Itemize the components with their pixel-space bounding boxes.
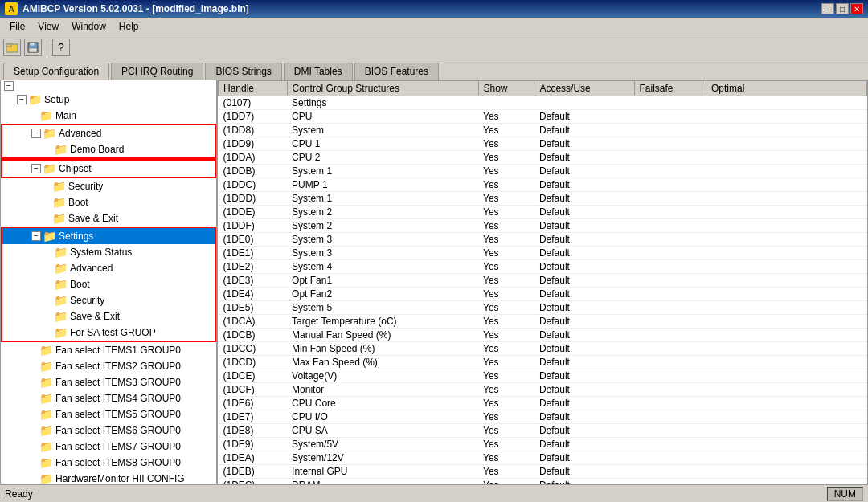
table-row[interactable]: (1DD7)CPUYesDefault	[219, 110, 867, 124]
table-cell-show: Yes	[478, 356, 534, 369]
tree-item[interactable]: 📁Fan select ITEMS5 GROUP0	[1, 406, 216, 422]
folder-icon: 📁	[39, 423, 53, 438]
window-controls[interactable]: — □ ✕	[821, 3, 863, 14]
tree-item[interactable]: 📁Fan select ITEMS4 GROUP0	[1, 390, 216, 406]
maximize-button[interactable]: □	[836, 3, 849, 14]
tree-item[interactable]: 📁System Status	[1, 244, 216, 260]
table-row[interactable]: (1DE7)CPU I/OYesDefault	[219, 410, 867, 424]
tree-item[interactable]: 📁Fan select ITEMS7 GROUP0	[1, 439, 216, 455]
menu-help[interactable]: Help	[113, 19, 145, 34]
table-row[interactable]: (1DE4)Opt Fan2YesDefault	[219, 288, 867, 301]
tree-item[interactable]: 📁Fan select ITEMS8 GROUP0	[1, 455, 216, 471]
menu-view[interactable]: View	[31, 19, 65, 34]
tree-item[interactable]: 📁Boot	[1, 276, 216, 292]
table-row[interactable]: (1DEA)System/12VYesDefault	[219, 451, 867, 465]
tree-item[interactable]: 📁HardwareMonitor HII CONFIG	[1, 471, 216, 484]
table-cell-optimal	[706, 219, 867, 233]
tree-item[interactable]: 📁Fan select ITEMS6 GROUP0	[1, 422, 216, 439]
tree-expand-icon[interactable]: −	[31, 231, 41, 241]
table-cell-show: Yes	[478, 451, 534, 465]
table-cell-access: Default	[534, 247, 634, 260]
table-row[interactable]: (1DD9)CPU 1YesDefault	[219, 137, 867, 151]
tree-expand-icon[interactable]: −	[31, 129, 41, 138]
tree-item[interactable]: 📁Security	[1, 178, 216, 194]
table-row[interactable]: (1DDA)CPU 2YesDefault	[219, 151, 867, 165]
tree-item[interactable]: 📁Fan select ITEMS3 GROUP0	[1, 374, 216, 390]
tree-item[interactable]: −	[1, 80, 216, 92]
tree-item[interactable]: −📁Setup	[1, 92, 216, 108]
table-cell-handle: (1DE5)	[219, 301, 288, 315]
close-button[interactable]: ✕	[850, 3, 863, 14]
table-row[interactable]: (1DCE)Voltage(V)YesDefault	[219, 369, 867, 383]
tree-expand-icon[interactable]: −	[4, 81, 14, 91]
table-cell-name: Opt Fan2	[287, 288, 478, 301]
menu-file[interactable]: File	[3, 19, 31, 34]
table-row[interactable]: (1DDC)PUMP 1YesDefault	[219, 178, 867, 192]
table-cell-access: Default	[534, 124, 634, 137]
tree-item[interactable]: 📁Fan select ITEMS2 GROUP0	[1, 358, 216, 374]
table-row[interactable]: (1DE5)System 5YesDefault	[219, 301, 867, 315]
table-cell-failsafe	[634, 96, 706, 110]
tree-item[interactable]: 📁Main	[1, 108, 216, 124]
table-row[interactable]: (1DEB)Internal GPUYesDefault	[219, 465, 867, 479]
tab-bios-strings[interactable]: BIOS Strings	[205, 63, 281, 80]
tree-item[interactable]: 📁Boot	[1, 194, 216, 210]
tree-item[interactable]: 📁Demo Board	[1, 141, 216, 159]
table-cell-access: Default	[534, 137, 634, 151]
tree-item[interactable]: 📁Security	[1, 292, 216, 308]
table-cell-show: Yes	[478, 165, 534, 178]
table-cell-optimal	[706, 124, 867, 137]
table-row[interactable]: (1DE6)CPU CoreYesDefault	[219, 397, 867, 410]
tree-item[interactable]: −📁Advanced	[1, 124, 216, 141]
table-row[interactable]: (1DE8)CPU SAYesDefault	[219, 424, 867, 438]
tree-expand-icon[interactable]: −	[17, 95, 27, 104]
tab-bios-features[interactable]: BIOS Features	[354, 63, 439, 80]
table-cell-handle: (1DE2)	[219, 260, 288, 274]
tree-item[interactable]: −📁Chipset	[1, 159, 216, 178]
tab-setup-configuration[interactable]: Setup Configuration	[3, 63, 109, 80]
table-cell-handle: (1DE7)	[219, 410, 288, 424]
table-row[interactable]: (1DE1)System 3YesDefault	[219, 247, 867, 260]
table-row[interactable]: (1DEC)DRAMYesDefault	[219, 479, 867, 484]
table-row[interactable]: (1DDD)System 1YesDefault	[219, 192, 867, 206]
tab-dmi-tables[interactable]: DMI Tables	[284, 63, 353, 80]
folder-icon: 📁	[54, 142, 68, 157]
table-cell-show: Yes	[478, 110, 534, 124]
table-row[interactable]: (1DE0)System 3YesDefault	[219, 233, 867, 247]
table-cell-name: Manual Fan Speed (%)	[287, 329, 478, 342]
tree-item[interactable]: 📁Save & Exit	[1, 308, 216, 324]
table-row[interactable]: (1DDF)System 2YesDefault	[219, 219, 867, 233]
help-button[interactable]: ?	[52, 39, 70, 56]
table-row[interactable]: (1DE9)System/5VYesDefault	[219, 438, 867, 451]
table-cell-show: Yes	[478, 233, 534, 247]
table-row[interactable]: (1DCB)Manual Fan Speed (%)YesDefault	[219, 329, 867, 342]
table-row[interactable]: (1DDB)System 1YesDefault	[219, 165, 867, 178]
table-row[interactable]: (1DD8)SystemYesDefault	[219, 124, 867, 137]
tab-pci-irq-routing[interactable]: PCI IRQ Routing	[111, 63, 203, 80]
tree-item[interactable]: 📁For SA test GRUOP	[1, 324, 216, 342]
table-row[interactable]: (1DDE)System 2YesDefault	[219, 206, 867, 219]
table-row[interactable]: (0107)Settings	[219, 96, 867, 110]
save-button[interactable]	[24, 39, 42, 56]
table-row[interactable]: (1DE3)Opt Fan1YesDefault	[219, 274, 867, 288]
table-row[interactable]: (1DE2)System 4YesDefault	[219, 260, 867, 274]
table-row[interactable]: (1DCD)Max Fan Speed (%)YesDefault	[219, 356, 867, 369]
svg-rect-3	[30, 43, 35, 46]
tree-item[interactable]: 📁Advanced	[1, 260, 216, 276]
col-optimal: Optimal	[706, 81, 867, 96]
open-button[interactable]	[3, 39, 21, 56]
table-cell-optimal	[706, 465, 867, 479]
table-cell-access: Default	[534, 451, 634, 465]
table-row[interactable]: (1DCA)Target Temperature (oC)YesDefault	[219, 315, 867, 329]
table-cell-optimal	[706, 356, 867, 369]
table-cell-name: Settings	[287, 96, 478, 110]
table-row[interactable]: (1DCF)MonitorYesDefault	[219, 383, 867, 397]
tree-item[interactable]: 📁Save & Exit	[1, 210, 216, 227]
minimize-button[interactable]: —	[821, 3, 834, 14]
menu-window[interactable]: Window	[65, 19, 113, 34]
tree-item[interactable]: −📁Settings	[1, 227, 216, 244]
table-row[interactable]: (1DCC)Min Fan Speed (%)YesDefault	[219, 342, 867, 356]
tree-item[interactable]: 📁Fan select ITEMS1 GROUP0	[1, 342, 216, 358]
tree-expand-icon[interactable]: −	[31, 164, 41, 173]
table-cell-access: Default	[534, 438, 634, 451]
